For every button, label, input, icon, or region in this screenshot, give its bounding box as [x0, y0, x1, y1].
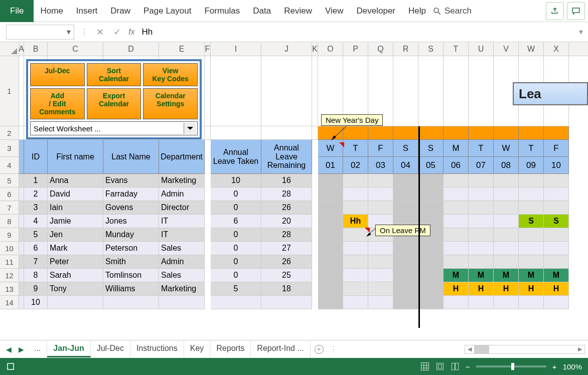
comment-indicator[interactable] [365, 228, 370, 233]
calendar-cell[interactable] [544, 242, 569, 255]
col-header-C[interactable]: C [48, 42, 103, 56]
calendar-cell[interactable]: M [494, 269, 519, 282]
date-hdr[interactable]: 08 [494, 157, 519, 174]
calendar-cell[interactable] [418, 174, 444, 188]
cell-leave-taken[interactable]: 0 [211, 188, 261, 201]
calendar-cell[interactable]: Hh [343, 215, 368, 228]
menu-tab-data[interactable]: Data [246, 0, 277, 22]
calendar-cell[interactable] [418, 201, 444, 215]
zoom-slider[interactable] [476, 365, 546, 367]
date-hdr[interactable]: 03 [368, 157, 393, 174]
calendar-cell[interactable] [393, 269, 418, 282]
cell-leave-taken[interactable]: 0 [211, 228, 261, 242]
gap[interactable] [205, 296, 211, 309]
row-header-7[interactable]: 7 [0, 201, 19, 215]
orange-band-cell[interactable] [368, 126, 393, 140]
cell-leave-remaining[interactable]: 28 [261, 228, 312, 242]
cell-id[interactable]: 6 [24, 242, 48, 255]
calendar-cell[interactable] [343, 242, 368, 255]
hdr-leave-remaining[interactable]: Annual Leave Remaining [261, 140, 312, 174]
menu-tab-draw[interactable]: Draw [104, 0, 137, 22]
col-header-F[interactable]: F [205, 42, 211, 56]
calendar-cell[interactable] [368, 269, 393, 282]
col-header-I[interactable]: I [211, 42, 261, 56]
calendar-cell[interactable] [494, 242, 519, 255]
cancel-icon[interactable]: ✕ [91, 27, 108, 38]
calendar-cell[interactable]: S [519, 215, 544, 228]
calendar-cell[interactable] [343, 255, 368, 269]
orange-band-cell[interactable] [343, 126, 368, 140]
date-hdr[interactable]: 04 [393, 157, 418, 174]
cell-firstname[interactable]: Mark [48, 242, 103, 255]
calendar-cell[interactable] [494, 201, 519, 215]
orange-band-cell[interactable] [519, 126, 544, 140]
row-header-6[interactable]: 6 [0, 188, 19, 201]
calendar-cell[interactable] [393, 282, 418, 296]
calendar-cell[interactable] [418, 188, 444, 201]
cell-leave-remaining[interactable]: 20 [261, 215, 312, 228]
col-header-T[interactable]: T [444, 42, 469, 56]
cell-id[interactable]: 4 [24, 215, 48, 228]
calendar-cell[interactable] [343, 174, 368, 188]
row-header-14[interactable]: 14 [0, 296, 19, 309]
cell-id[interactable]: 9 [24, 282, 48, 296]
comment-indicator[interactable] [339, 142, 344, 147]
select-all-corner[interactable] [0, 42, 19, 56]
cell[interactable] [19, 126, 24, 140]
cell-id[interactable]: 7 [24, 255, 48, 269]
file-menu[interactable]: File [0, 0, 34, 22]
calendar-cell[interactable] [519, 188, 544, 201]
menu-tab-developer[interactable]: Developer [350, 0, 402, 22]
calendar-cell[interactable] [444, 255, 469, 269]
cell-dept[interactable]: Marketing [159, 174, 205, 188]
gap[interactable] [312, 188, 318, 201]
orange-band-cell[interactable] [544, 126, 569, 140]
gap[interactable] [205, 282, 211, 296]
calendar-cell[interactable] [494, 188, 519, 201]
col-header-J[interactable]: J [261, 42, 312, 56]
day-hdr[interactable]: M [444, 140, 469, 157]
calendar-cell[interactable] [318, 188, 343, 201]
col-header-O[interactable]: O [318, 42, 343, 56]
sheet-tab-reports[interactable]: Reports [210, 341, 251, 357]
orange-band-cell[interactable] [418, 126, 444, 140]
sheet-tab-jul-dec[interactable]: Jul-Dec [91, 341, 130, 357]
calendar-cell[interactable] [318, 201, 343, 215]
calendar-cell[interactable] [544, 228, 569, 242]
calendar-cell[interactable] [393, 188, 418, 201]
gap[interactable] [205, 188, 211, 201]
calendar-cell[interactable] [519, 228, 544, 242]
row-header-10[interactable]: 10 [0, 242, 19, 255]
zoom-out-button[interactable]: − [466, 362, 470, 371]
calendar-cell[interactable]: M [444, 269, 469, 282]
day-hdr[interactable]: T [469, 140, 494, 157]
calendar-cell[interactable] [469, 242, 494, 255]
calendar-cell[interactable] [544, 201, 569, 215]
cell-leave-remaining[interactable]: 28 [261, 188, 312, 201]
cell-dept[interactable] [159, 296, 205, 309]
sheet-nav-prev[interactable]: ◀ [3, 345, 15, 353]
day-hdr[interactable]: S [418, 140, 444, 157]
calendar-cell[interactable]: H [494, 282, 519, 296]
cell[interactable] [393, 56, 418, 126]
cell-lastname[interactable]: Farraday [103, 188, 159, 201]
cell-lastname[interactable]: Peterson [103, 242, 159, 255]
cell[interactable] [444, 56, 469, 126]
calendar-cell[interactable] [469, 255, 494, 269]
day-hdr[interactable]: T [343, 140, 368, 157]
cell[interactable] [19, 201, 24, 215]
calendar-cell[interactable] [444, 215, 469, 228]
col-header-S[interactable]: S [418, 42, 444, 56]
cell[interactable] [19, 56, 24, 126]
calendar-cell[interactable]: S [544, 215, 569, 228]
cell[interactable] [418, 56, 444, 126]
cell-dept[interactable]: Admin [159, 188, 205, 201]
cell-lastname[interactable]: Smith [103, 255, 159, 269]
cell[interactable] [211, 56, 261, 126]
hdr[interactable] [19, 140, 24, 174]
cell-lastname[interactable]: Munday [103, 228, 159, 242]
panel-btn-add-edit-comments[interactable]: Add/ Edit Comments [30, 88, 85, 119]
gap[interactable] [205, 140, 211, 174]
cell-firstname[interactable]: Sarah [48, 269, 103, 282]
orange-band-cell[interactable] [444, 126, 469, 140]
